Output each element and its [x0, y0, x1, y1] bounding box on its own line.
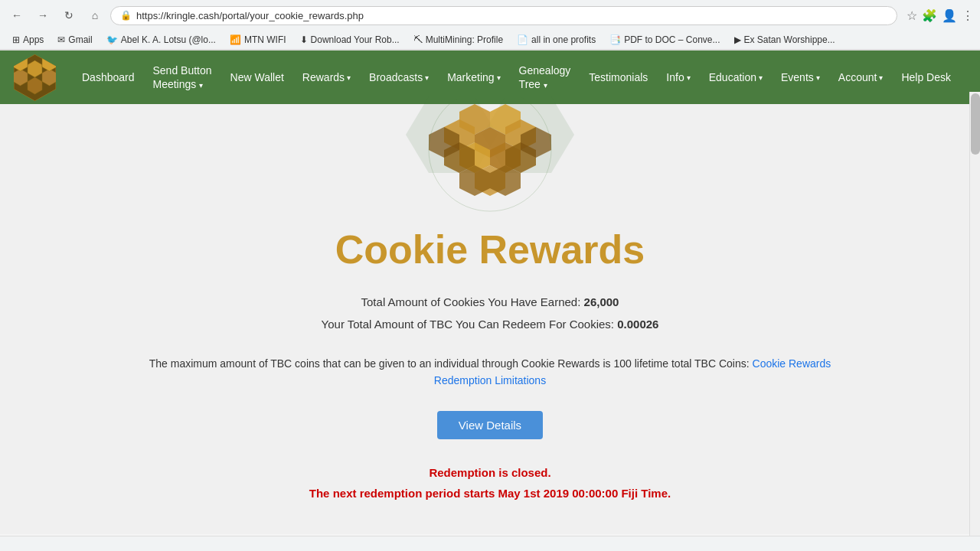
forward-button[interactable]: → — [32, 5, 54, 26]
home-button[interactable]: ⌂ — [84, 5, 106, 26]
scrollbar-thumb[interactable] — [971, 93, 980, 155]
nav-events[interactable]: Events ▾ — [772, 57, 829, 97]
view-details-button[interactable]: View Details — [437, 411, 543, 439]
bookmark-pdf-label: PDF to DOC – Conve... — [624, 34, 720, 45]
redemption-closed-text: Redemption is closed. — [309, 462, 671, 483]
bookmark-exsatan[interactable]: ▶ Ex Satan Worshippe... — [728, 33, 841, 47]
bookmark-mtn-label: MTN WIFI — [244, 34, 286, 45]
account-icon[interactable]: 👤 — [942, 8, 957, 23]
address-bar[interactable]: 🔒 https://kringle.cash/portal/your_cooki… — [110, 6, 897, 25]
bookmark-mtn[interactable]: 📶 MTN WIFI — [224, 33, 292, 47]
browser-icons: ☆ 🧩 👤 ⋮ — [906, 8, 974, 23]
bookmarks-bar: ⊞ Apps ✉ Gmail 🐦 Abel K. A. Lotsu (@lo..… — [0, 31, 980, 50]
bookmark-download[interactable]: ⬇ Download Your Rob... — [294, 33, 406, 47]
nav-testimonials[interactable]: Testimonials — [580, 57, 657, 97]
logo-icon — [10, 53, 60, 103]
bookmark-gmail-label: Gmail — [68, 34, 92, 45]
doc-icon: 📄 — [517, 34, 528, 45]
lock-icon: 🔒 — [120, 10, 132, 21]
education-dropdown-arrow: ▾ — [759, 73, 763, 83]
bookmark-download-label: Download Your Rob... — [311, 34, 400, 45]
nav-help-desk[interactable]: Help Desk — [892, 57, 960, 97]
limitation-section: The maximum amount of TBC coins that can… — [126, 355, 854, 390]
twitter-icon: 🐦 — [106, 34, 118, 45]
reload-button[interactable]: ↻ — [58, 5, 80, 26]
bookmark-multimining-label: MultiMining: Profile — [426, 34, 503, 45]
bookmark-exsatan-label: Ex Satan Worshippe... — [744, 34, 835, 45]
nav-dashboard[interactable]: Dashboard — [73, 57, 144, 97]
nav-education[interactable]: Education ▾ — [700, 57, 772, 97]
nav-broadcasts[interactable]: Broadcasts ▾ — [360, 57, 438, 97]
download-icon: ⬇ — [300, 34, 308, 45]
youtube-icon: ▶ — [734, 34, 741, 45]
nav-marketing[interactable]: Marketing ▾ — [438, 57, 509, 97]
browser-toolbar: ← → ↻ ⌂ 🔒 https://kringle.cash/portal/yo… — [0, 0, 980, 31]
globe-decoration — [383, 96, 597, 219]
cookies-earned-value: 26,000 — [584, 295, 619, 308]
nav-rewards[interactable]: Rewards ▾ — [293, 57, 360, 97]
bookmark-allinone[interactable]: 📄 all in one profits — [511, 33, 602, 47]
gmail-icon: ✉ — [57, 34, 65, 45]
url-text: https://kringle.cash/portal/your_cookie_… — [136, 10, 364, 21]
next-period-text: The next redemption period starts May 1s… — [309, 483, 671, 504]
nav-account[interactable]: Account ▾ — [829, 57, 893, 97]
nav-info[interactable]: Info ▾ — [657, 57, 699, 97]
broadcasts-dropdown-arrow: ▾ — [425, 73, 429, 83]
nav-new-wallet[interactable]: New Wallet — [221, 57, 293, 97]
mining-icon: ⛏ — [413, 34, 423, 45]
globe-container — [0, 96, 980, 219]
nav-send-button-meetings[interactable]: Send Button Meetings ▾ — [144, 57, 221, 97]
bookmark-twitter-label: Abel K. A. Lotsu (@lo... — [121, 34, 216, 45]
events-dropdown-arrow: ▾ — [816, 73, 820, 83]
tbc-label: Your Total Amount of TBC You Can Redeem … — [322, 318, 614, 331]
bookmark-pdf[interactable]: 📑 PDF to DOC – Conve... — [603, 33, 726, 47]
info-dropdown-arrow: ▾ — [687, 73, 691, 83]
nav-genealogy-tree[interactable]: Genealogy Tree ▾ — [510, 57, 580, 97]
bookmark-apps-label: Apps — [23, 34, 44, 45]
bookmark-multimining[interactable]: ⛏ MultiMining: Profile — [407, 33, 509, 47]
limitation-text: The maximum amount of TBC coins that can… — [149, 357, 750, 370]
main-content: Cookie Rewards Total Amount of Cookies Y… — [0, 104, 980, 534]
pdf-icon: 📑 — [609, 34, 621, 45]
back-button[interactable]: ← — [6, 5, 28, 26]
scrollbar[interactable] — [969, 92, 980, 534]
info-section: Total Amount of Cookies You Have Earned:… — [306, 295, 675, 340]
account-dropdown-arrow: ▾ — [879, 73, 883, 83]
bookmark-gmail[interactable]: ✉ Gmail — [51, 33, 98, 47]
cookies-earned-label: Total Amount of Cookies You Have Earned: — [361, 295, 581, 308]
cookies-earned-line: Total Amount of Cookies You Have Earned:… — [322, 295, 659, 308]
nav-items: Dashboard Send Button Meetings ▾ New Wal… — [73, 57, 960, 97]
bookmark-twitter[interactable]: 🐦 Abel K. A. Lotsu (@lo... — [100, 33, 222, 47]
tbc-line: Your Total Amount of TBC You Can Redeem … — [322, 318, 659, 331]
redemption-status: Redemption is closed. The next redemptio… — [309, 462, 671, 504]
page-title: Cookie Rewards — [335, 227, 645, 272]
marketing-dropdown-arrow: ▾ — [497, 73, 501, 83]
apps-icon: ⊞ — [12, 34, 20, 45]
mtn-icon: 📶 — [230, 34, 241, 45]
tbc-value: 0.00026 — [617, 318, 658, 331]
bookmark-allinone-label: all in one profits — [531, 34, 596, 45]
bookmark-apps[interactable]: ⊞ Apps — [6, 33, 50, 47]
rewards-dropdown-arrow: ▾ — [347, 73, 351, 83]
star-icon[interactable]: ☆ — [906, 8, 917, 23]
browser-chrome: ← → ↻ ⌂ 🔒 https://kringle.cash/portal/yo… — [0, 0, 980, 51]
menu-icon[interactable]: ⋮ — [962, 8, 974, 23]
extension-icon[interactable]: 🧩 — [922, 8, 937, 23]
